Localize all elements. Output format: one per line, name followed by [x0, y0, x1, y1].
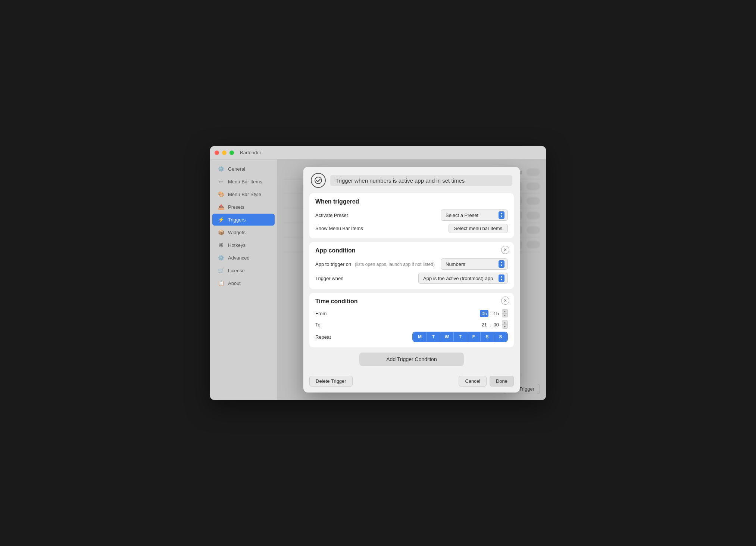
app-trigger-row: App to trigger on (lists open apps, laun…	[315, 258, 508, 270]
day-friday[interactable]: F	[467, 332, 480, 341]
repeat-label: Repeat	[315, 334, 331, 340]
maximize-button[interactable]	[229, 151, 234, 155]
from-time-up[interactable]: ▲	[502, 309, 508, 313]
app-condition-close-button[interactable]: ✕	[501, 246, 509, 254]
time-condition-close-button[interactable]: ✕	[501, 297, 509, 305]
activate-preset-dropdown[interactable]: Select a Preset ▲ ▼	[441, 210, 508, 221]
day-saturday[interactable]: S	[480, 332, 494, 341]
activate-preset-row: Activate Preset Select a Preset ▲ ▼	[315, 210, 508, 221]
preset-stepper: ▲ ▼	[499, 211, 504, 219]
lightning-icon: ⚡	[218, 216, 224, 223]
modal-footer: Delete Trigger Cancel Done	[303, 372, 520, 393]
select-menu-bar-items-button[interactable]: Select menu bar items	[449, 224, 508, 233]
sidebar-label-advanced: Advanced	[228, 255, 250, 261]
app-dropdown[interactable]: Numbers ▲ ▼	[441, 258, 508, 270]
sidebar-item-about[interactable]: 📋 About	[212, 277, 275, 289]
to-label: To	[315, 322, 321, 328]
main-content: net Enabled Settings Settings Settings	[277, 159, 546, 400]
cancel-button[interactable]: Cancel	[459, 376, 486, 387]
menu-bar-items-icon: ▭	[218, 178, 224, 185]
when-triggered-section: When triggered Activate Preset Select a …	[309, 193, 514, 238]
sidebar-label-license: License	[228, 268, 245, 273]
window-body: ⚙️ General ▭ Menu Bar Items 🎨 Menu Bar S…	[210, 159, 546, 400]
app-value: Numbers	[446, 261, 496, 267]
sidebar-item-widgets[interactable]: 📦 Widgets	[212, 226, 275, 238]
sidebar-item-presets[interactable]: 📤 Presets	[212, 201, 275, 213]
time-condition-section: ✕ Time condition From 05 : 15	[309, 293, 514, 347]
day-buttons-group: M T W T F S S	[412, 332, 508, 342]
add-trigger-condition-button[interactable]: Add Trigger Condition	[359, 353, 464, 366]
sidebar-label-menu-bar-style: Menu Bar Style	[228, 192, 261, 197]
show-menu-bar-label: Show Menu Bar Items	[315, 226, 363, 231]
sidebar-item-advanced[interactable]: ⚙️ Advanced	[212, 252, 275, 264]
to-time-stepper: ▲ ▼	[502, 320, 508, 329]
to-time-up[interactable]: ▲	[502, 320, 508, 325]
sidebar-item-license[interactable]: 🛒 License	[212, 264, 275, 276]
gear-icon: ⚙️	[218, 165, 224, 172]
footer-right-buttons: Cancel Done	[459, 376, 514, 387]
from-row: From 05 : 15 ▲ ▼	[315, 309, 508, 317]
hotkeys-icon: ⌘	[218, 242, 224, 248]
window-title: Bartender	[240, 150, 541, 155]
from-hours[interactable]: 05	[480, 310, 488, 317]
activate-preset-value: Select a Preset	[446, 212, 496, 218]
sidebar-label-menu-bar-items: Menu Bar Items	[228, 179, 262, 184]
sidebar-label-hotkeys: Hotkeys	[228, 242, 246, 248]
title-bar: Bartender	[210, 146, 546, 159]
when-triggered-title: When triggered	[315, 198, 508, 205]
trigger-when-row: Trigger when App is the active (frontmos…	[315, 273, 508, 284]
from-time-stepper: ▲ ▼	[502, 309, 508, 317]
from-time-down[interactable]: ▼	[502, 313, 508, 317]
day-wednesday[interactable]: W	[440, 332, 453, 341]
widgets-icon: 📦	[218, 229, 224, 236]
from-minutes[interactable]: 15	[492, 310, 500, 317]
time-condition-title: Time condition	[315, 298, 508, 305]
app-trigger-label: App to trigger on (lists open apps, laun…	[315, 261, 435, 267]
from-time-input: 05 : 15 ▲ ▼	[480, 309, 508, 317]
sidebar-item-triggers[interactable]: ⚡ Triggers	[212, 214, 275, 226]
modal-body: When triggered Activate Preset Select a …	[303, 193, 520, 372]
app-condition-section: ✕ App condition App to trigger on (lists…	[309, 242, 514, 289]
day-tuesday[interactable]: T	[427, 332, 440, 341]
from-label: From	[315, 311, 327, 316]
day-thursday[interactable]: T	[453, 332, 467, 341]
show-menu-bar-row: Show Menu Bar Items Select menu bar item…	[315, 224, 508, 233]
trigger-when-value: App is the active (frontmost) app	[423, 276, 496, 281]
app-condition-title: App condition	[315, 247, 508, 254]
repeat-row: Repeat M T W T F S S	[315, 332, 508, 342]
activate-preset-label: Activate Preset	[315, 212, 348, 218]
day-monday[interactable]: M	[413, 332, 427, 341]
delete-trigger-button[interactable]: Delete Trigger	[309, 376, 353, 387]
sidebar-label-triggers: Triggers	[228, 217, 246, 223]
sidebar-item-hotkeys[interactable]: ⌘ Hotkeys	[212, 239, 275, 251]
trigger-when-dropdown[interactable]: App is the active (frontmost) app ▲ ▼	[418, 273, 508, 284]
modal-header: Trigger when numbers is active app and i…	[303, 167, 520, 193]
done-button[interactable]: Done	[490, 376, 514, 387]
app-stepper: ▲ ▼	[499, 260, 504, 268]
to-hours[interactable]: 21	[480, 321, 488, 328]
palette-icon: 🎨	[218, 191, 224, 198]
sidebar-item-menu-bar-items[interactable]: ▭ Menu Bar Items	[212, 176, 275, 187]
app-trigger-hint: (lists open apps, launch app if not list…	[355, 262, 435, 267]
close-button[interactable]	[215, 151, 219, 155]
sidebar-item-general[interactable]: ⚙️ General	[212, 163, 275, 175]
trigger-icon	[311, 173, 326, 188]
sidebar-label-general: General	[228, 166, 245, 172]
sidebar: ⚙️ General ▭ Menu Bar Items 🎨 Menu Bar S…	[210, 159, 277, 400]
sidebar-label-about: About	[228, 280, 241, 286]
modal-overlay: Trigger when numbers is active app and i…	[277, 159, 546, 400]
to-time-down[interactable]: ▼	[502, 325, 508, 329]
license-icon: 🛒	[218, 267, 224, 274]
to-time-input: 21 : 00 ▲ ▼	[480, 320, 508, 329]
about-icon: 📋	[218, 280, 224, 286]
presets-icon: 📤	[218, 204, 224, 210]
modal-dialog: Trigger when numbers is active app and i…	[303, 167, 520, 393]
trigger-when-stepper: ▲ ▼	[499, 274, 504, 282]
sidebar-label-presets: Presets	[228, 204, 244, 210]
day-sunday[interactable]: S	[494, 332, 507, 341]
sidebar-item-menu-bar-style[interactable]: 🎨 Menu Bar Style	[212, 188, 275, 200]
to-minutes[interactable]: 00	[492, 321, 500, 328]
app-window: Bartender ⚙️ General ▭ Menu Bar Items 🎨 …	[210, 146, 546, 400]
minimize-button[interactable]	[222, 151, 227, 155]
sidebar-label-widgets: Widgets	[228, 230, 246, 235]
